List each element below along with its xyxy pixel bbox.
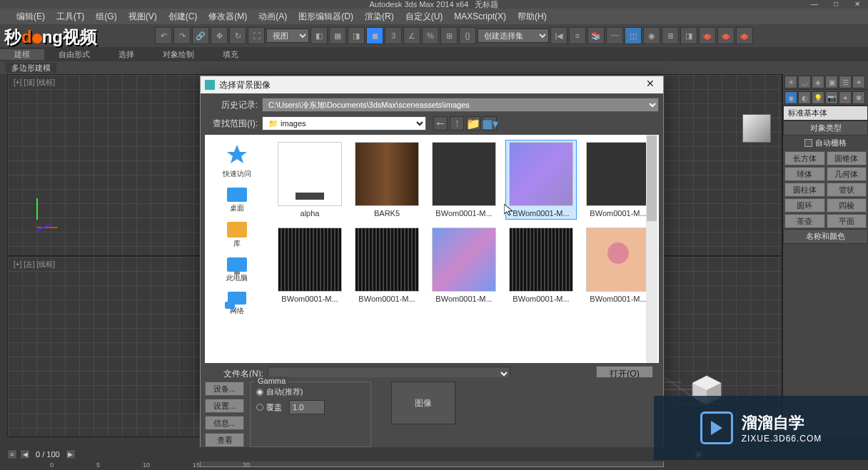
btn-cone[interactable]: 圆锥体 bbox=[827, 151, 867, 165]
close-button[interactable]: ✕ bbox=[847, 0, 868, 9]
tool-icon-d[interactable]: ✦ bbox=[852, 76, 865, 88]
history-dropdown[interactable]: C:\Users\冷东旭\Documents\3dsMax\sceneasset… bbox=[262, 98, 659, 112]
timeline-slider[interactable]: ≡ ◀ 0 / 100 ▶ ▶ bbox=[7, 447, 704, 461]
gamma-override-spinner[interactable] bbox=[289, 400, 325, 414]
render-button-2[interactable]: 🫖 bbox=[717, 27, 735, 44]
arc-icon[interactable]: ◡ bbox=[798, 76, 811, 88]
poly-modeling-tab[interactable]: 多边形建模 bbox=[6, 63, 56, 73]
cameras-tab-icon[interactable]: 📷 bbox=[825, 91, 838, 104]
shapes-tab-icon[interactable]: ◐ bbox=[798, 91, 811, 104]
tab-object-paint[interactable]: 对象绘制 bbox=[148, 49, 208, 60]
sidebar-network[interactable]: 网络 bbox=[205, 287, 269, 320]
curve-editor-button[interactable]: 〰 bbox=[606, 27, 623, 44]
lights-tab-icon[interactable]: 💡 bbox=[812, 91, 824, 104]
scrollbar[interactable] bbox=[646, 135, 657, 363]
maximize-button[interactable]: □ bbox=[825, 0, 847, 9]
align-button[interactable]: ≡ bbox=[569, 27, 586, 44]
timeline-start-button[interactable]: ≡ bbox=[7, 449, 17, 459]
new-folder-button[interactable]: 📁 bbox=[466, 116, 480, 131]
menu-graph-editors[interactable]: 图形编辑器(D) bbox=[293, 11, 359, 23]
timeline-next-button[interactable]: ▶ bbox=[66, 449, 76, 459]
gamma-override-row[interactable]: 覆盖 bbox=[256, 399, 365, 416]
auto-grid-row[interactable]: 自动栅格 bbox=[783, 136, 868, 150]
object-type-header[interactable]: 对象类型 bbox=[783, 121, 868, 136]
tool-icon-a[interactable]: ◈ bbox=[812, 76, 824, 88]
info-button[interactable]: 信息... bbox=[205, 416, 244, 430]
helpers-tab-icon[interactable]: ✦ bbox=[839, 91, 852, 104]
sun-icon[interactable]: ☀ bbox=[784, 76, 797, 88]
settings-button[interactable]: 设置... bbox=[205, 399, 244, 413]
tool-btn-d[interactable]: ⊞ bbox=[440, 27, 458, 44]
gamma-auto-row[interactable]: 自动(推荐) bbox=[256, 385, 365, 399]
view-menu-button[interactable]: ▦▾ bbox=[483, 116, 497, 131]
move-tool[interactable]: ✥ bbox=[211, 27, 228, 44]
device-button[interactable]: 设备... bbox=[205, 382, 244, 396]
menu-view[interactable]: 视图(V) bbox=[123, 11, 163, 23]
lookin-dropdown[interactable]: 📁 images bbox=[262, 116, 426, 131]
thumbnail-item[interactable]: alpha bbox=[276, 142, 343, 218]
timeline-prev-button[interactable]: ◀ bbox=[20, 449, 30, 459]
up-button[interactable]: ↑ bbox=[450, 116, 464, 131]
tool-icon-b[interactable]: ▣ bbox=[825, 76, 838, 88]
gamma-auto-radio[interactable] bbox=[256, 389, 263, 396]
tool-btn-b[interactable]: ◨ bbox=[348, 27, 365, 44]
dialog-titlebar[interactable]: 选择背景图像 ✕ bbox=[201, 76, 663, 93]
menu-help[interactable]: 帮助(H) bbox=[512, 11, 552, 23]
undo-button[interactable]: ↶ bbox=[155, 27, 172, 44]
menu-group[interactable]: 组(G) bbox=[90, 11, 122, 23]
thumbnail-item[interactable]: BWom0001-M... bbox=[430, 142, 498, 218]
render-setup-button[interactable]: ≣ bbox=[662, 27, 679, 44]
tool-snap-3[interactable]: 3 bbox=[385, 27, 402, 44]
menu-create[interactable]: 创建(C) bbox=[163, 11, 203, 23]
tool-btn-a[interactable]: ◧ bbox=[311, 27, 328, 44]
sidebar-library[interactable]: 库 bbox=[205, 218, 269, 253]
thumbnail-item[interactable]: BWom0001-M... bbox=[585, 142, 652, 218]
menu-edit[interactable]: 编辑(E) bbox=[11, 11, 51, 23]
tool-btn-e[interactable]: {} bbox=[459, 27, 476, 44]
auto-grid-checkbox[interactable] bbox=[804, 139, 812, 147]
thumbnail-item[interactable]: BARK5 bbox=[353, 142, 420, 218]
scale-tool[interactable]: ⛶ bbox=[248, 27, 265, 44]
tool-btn-c[interactable]: ◼ bbox=[366, 27, 383, 44]
tool-angle-snap[interactable]: ∠ bbox=[403, 27, 420, 44]
menu-render[interactable]: 渲染(R) bbox=[359, 11, 400, 23]
thumbnail-item[interactable]: BWom0001-M... bbox=[276, 228, 343, 303]
tab-populate[interactable]: 填充 bbox=[208, 49, 253, 60]
thumbnail-item[interactable]: BWom0001-M... bbox=[505, 140, 577, 220]
back-button[interactable]: ← bbox=[433, 116, 448, 131]
btn-cylinder[interactable]: 圆柱体 bbox=[784, 183, 825, 197]
btn-geosphere[interactable]: 几何体 bbox=[827, 167, 867, 181]
redo-button[interactable]: ↷ bbox=[173, 27, 191, 44]
view-button[interactable]: 查看 bbox=[205, 433, 244, 447]
viewcube[interactable] bbox=[742, 114, 771, 143]
geometry-tab-icon[interactable]: ◉ bbox=[784, 91, 797, 104]
link-button[interactable]: 🔗 bbox=[192, 27, 209, 44]
tool-icon-c[interactable]: ☰ bbox=[839, 76, 852, 88]
btn-pyramid[interactable]: 四棱 bbox=[827, 198, 867, 213]
geom-type-dropdown[interactable]: 标准基本体 bbox=[783, 106, 868, 121]
sidebar-quick-access[interactable]: 快速访问 bbox=[205, 139, 269, 183]
name-color-header[interactable]: 名称和颜色 bbox=[783, 229, 868, 244]
thumbnail-item[interactable]: BWom0001-M... bbox=[353, 228, 420, 303]
selection-set-dropdown[interactable]: 创建选择集 bbox=[478, 29, 549, 43]
tool-percent-snap[interactable]: % bbox=[422, 27, 439, 44]
menu-modifiers[interactable]: 修改器(M) bbox=[203, 11, 253, 23]
sidebar-this-pc[interactable]: 此电脑 bbox=[205, 253, 269, 287]
btn-tube[interactable]: 管状 bbox=[827, 183, 867, 197]
tab-freeform[interactable]: 自由形式 bbox=[44, 49, 104, 60]
select-tool[interactable]: ▦ bbox=[329, 27, 346, 44]
render-button-3[interactable]: 🫖 bbox=[736, 27, 753, 44]
material-editor-button[interactable]: ◉ bbox=[643, 27, 660, 44]
render-button[interactable]: 🫖 bbox=[699, 27, 716, 44]
btn-teapot[interactable]: 茶壶 bbox=[784, 214, 825, 228]
scrollbar-thumb[interactable] bbox=[647, 136, 657, 221]
thumbnail-item[interactable]: BWom0001-M... bbox=[585, 228, 652, 303]
menu-customize[interactable]: 自定义(U) bbox=[400, 11, 449, 23]
menu-animation[interactable]: 动画(A) bbox=[253, 11, 293, 23]
sidebar-desktop[interactable]: 桌面 bbox=[205, 183, 269, 218]
rotate-tool[interactable]: ↻ bbox=[229, 27, 246, 44]
tab-selection[interactable]: 选择 bbox=[104, 49, 148, 60]
systems-tab-icon[interactable]: ✱ bbox=[852, 91, 865, 104]
coordinates-dropdown[interactable]: 视图 bbox=[266, 29, 309, 43]
btn-sphere[interactable]: 球体 bbox=[784, 167, 825, 181]
